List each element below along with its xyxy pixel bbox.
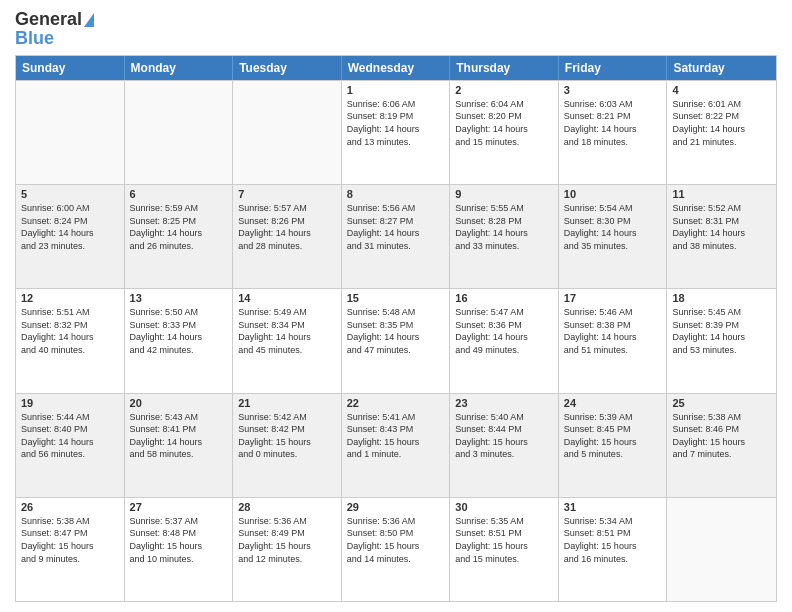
cell-text: Sunrise: 5:36 AM (347, 515, 445, 528)
cell-text: Daylight: 14 hours (347, 123, 445, 136)
calendar-cell-r2-c3: 7Sunrise: 5:57 AMSunset: 8:26 PMDaylight… (233, 185, 342, 288)
cell-text: and 10 minutes. (130, 553, 228, 566)
day-number: 31 (564, 501, 662, 513)
cell-text: Daylight: 14 hours (130, 436, 228, 449)
cell-text: Sunrise: 6:04 AM (455, 98, 553, 111)
cell-text: and 7 minutes. (672, 448, 771, 461)
cell-text: Sunset: 8:33 PM (130, 319, 228, 332)
day-number: 22 (347, 397, 445, 409)
calendar-cell-r3-c5: 16Sunrise: 5:47 AMSunset: 8:36 PMDayligh… (450, 289, 559, 392)
cell-text: and 28 minutes. (238, 240, 336, 253)
page: General Blue Sunday Monday Tuesday Wedne… (0, 0, 792, 612)
calendar-cell-r5-c6: 31Sunrise: 5:34 AMSunset: 8:51 PMDayligh… (559, 498, 668, 601)
calendar-header: Sunday Monday Tuesday Wednesday Thursday… (16, 56, 776, 80)
cell-text: Daylight: 14 hours (347, 331, 445, 344)
header-monday: Monday (125, 56, 234, 80)
cell-text: Daylight: 15 hours (238, 436, 336, 449)
calendar-cell-r1-c7: 4Sunrise: 6:01 AMSunset: 8:22 PMDaylight… (667, 81, 776, 184)
calendar-cell-r1-c3 (233, 81, 342, 184)
cell-text: and 1 minute. (347, 448, 445, 461)
cell-text: Sunrise: 5:48 AM (347, 306, 445, 319)
header-tuesday: Tuesday (233, 56, 342, 80)
cell-text: and 15 minutes. (455, 553, 553, 566)
day-number: 16 (455, 292, 553, 304)
calendar-cell-r1-c5: 2Sunrise: 6:04 AMSunset: 8:20 PMDaylight… (450, 81, 559, 184)
cell-text: Daylight: 15 hours (130, 540, 228, 553)
calendar-cell-r5-c3: 28Sunrise: 5:36 AMSunset: 8:49 PMDayligh… (233, 498, 342, 601)
day-number: 27 (130, 501, 228, 513)
logo-general: General (15, 9, 82, 29)
cell-text: and 14 minutes. (347, 553, 445, 566)
calendar-row-5: 26Sunrise: 5:38 AMSunset: 8:47 PMDayligh… (16, 497, 776, 601)
day-number: 13 (130, 292, 228, 304)
cell-text: Sunrise: 5:37 AM (130, 515, 228, 528)
cell-text: Daylight: 14 hours (564, 227, 662, 240)
cell-text: Sunrise: 6:03 AM (564, 98, 662, 111)
cell-text: Sunrise: 5:41 AM (347, 411, 445, 424)
cell-text: and 9 minutes. (21, 553, 119, 566)
cell-text: Daylight: 15 hours (455, 436, 553, 449)
day-number: 10 (564, 188, 662, 200)
cell-text: Sunset: 8:36 PM (455, 319, 553, 332)
cell-text: Sunrise: 5:57 AM (238, 202, 336, 215)
cell-text: and 56 minutes. (21, 448, 119, 461)
cell-text: Sunrise: 5:54 AM (564, 202, 662, 215)
calendar-cell-r1-c4: 1Sunrise: 6:06 AMSunset: 8:19 PMDaylight… (342, 81, 451, 184)
calendar-body: 1Sunrise: 6:06 AMSunset: 8:19 PMDaylight… (16, 80, 776, 601)
cell-text: Sunrise: 5:50 AM (130, 306, 228, 319)
day-number: 12 (21, 292, 119, 304)
day-number: 14 (238, 292, 336, 304)
cell-text: Sunset: 8:22 PM (672, 110, 771, 123)
day-number: 26 (21, 501, 119, 513)
cell-text: Daylight: 14 hours (130, 331, 228, 344)
cell-text: Sunrise: 5:38 AM (672, 411, 771, 424)
cell-text: Sunrise: 6:01 AM (672, 98, 771, 111)
calendar-row-3: 12Sunrise: 5:51 AMSunset: 8:32 PMDayligh… (16, 288, 776, 392)
cell-text: and 45 minutes. (238, 344, 336, 357)
cell-text: and 13 minutes. (347, 136, 445, 149)
day-number: 24 (564, 397, 662, 409)
cell-text: Sunset: 8:48 PM (130, 527, 228, 540)
cell-text: Sunset: 8:39 PM (672, 319, 771, 332)
cell-text: Sunset: 8:26 PM (238, 215, 336, 228)
calendar: Sunday Monday Tuesday Wednesday Thursday… (15, 55, 777, 602)
calendar-cell-r2-c5: 9Sunrise: 5:55 AMSunset: 8:28 PMDaylight… (450, 185, 559, 288)
cell-text: and 21 minutes. (672, 136, 771, 149)
cell-text: and 23 minutes. (21, 240, 119, 253)
header-wednesday: Wednesday (342, 56, 451, 80)
cell-text: Sunrise: 5:45 AM (672, 306, 771, 319)
cell-text: Daylight: 14 hours (238, 331, 336, 344)
cell-text: Sunrise: 5:36 AM (238, 515, 336, 528)
logo-blue: Blue (15, 28, 54, 49)
cell-text: Sunset: 8:27 PM (347, 215, 445, 228)
cell-text: and 31 minutes. (347, 240, 445, 253)
calendar-cell-r2-c4: 8Sunrise: 5:56 AMSunset: 8:27 PMDaylight… (342, 185, 451, 288)
cell-text: Sunrise: 5:55 AM (455, 202, 553, 215)
day-number: 15 (347, 292, 445, 304)
calendar-cell-r3-c3: 14Sunrise: 5:49 AMSunset: 8:34 PMDayligh… (233, 289, 342, 392)
day-number: 23 (455, 397, 553, 409)
cell-text: Daylight: 14 hours (455, 123, 553, 136)
calendar-cell-r4-c4: 22Sunrise: 5:41 AMSunset: 8:43 PMDayligh… (342, 394, 451, 497)
cell-text: Sunrise: 5:47 AM (455, 306, 553, 319)
cell-text: Sunrise: 5:56 AM (347, 202, 445, 215)
cell-text: Sunset: 8:25 PM (130, 215, 228, 228)
cell-text: Sunrise: 5:43 AM (130, 411, 228, 424)
cell-text: and 16 minutes. (564, 553, 662, 566)
cell-text: and 35 minutes. (564, 240, 662, 253)
cell-text: Sunrise: 5:40 AM (455, 411, 553, 424)
cell-text: Daylight: 15 hours (21, 540, 119, 553)
logo-triangle-icon (84, 13, 94, 27)
cell-text: Sunrise: 5:44 AM (21, 411, 119, 424)
cell-text: and 3 minutes. (455, 448, 553, 461)
cell-text: Daylight: 14 hours (21, 227, 119, 240)
day-number: 8 (347, 188, 445, 200)
day-number: 19 (21, 397, 119, 409)
cell-text: Sunset: 8:30 PM (564, 215, 662, 228)
cell-text: Sunrise: 5:42 AM (238, 411, 336, 424)
header-thursday: Thursday (450, 56, 559, 80)
cell-text: and 38 minutes. (672, 240, 771, 253)
cell-text: and 12 minutes. (238, 553, 336, 566)
cell-text: Sunrise: 5:49 AM (238, 306, 336, 319)
header-friday: Friday (559, 56, 668, 80)
